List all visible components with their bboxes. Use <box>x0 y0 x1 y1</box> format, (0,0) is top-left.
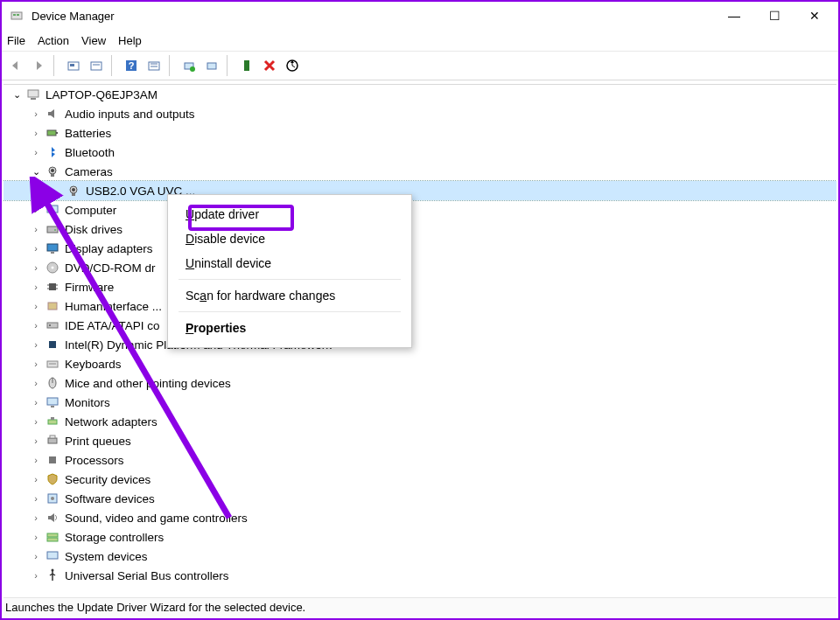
svg-rect-50 <box>48 420 57 424</box>
battery-icon <box>46 126 60 140</box>
device-tree[interactable]: ⌄LAPTOP-Q6EJP3AM›Audio inputs and output… <box>4 84 836 592</box>
menu-file[interactable]: File <box>7 34 25 47</box>
tree-item[interactable]: ›Software devices <box>4 489 836 508</box>
properties-icon[interactable] <box>144 55 164 76</box>
chevron-right-icon[interactable]: › <box>30 300 42 312</box>
tree-item[interactable]: ›Storage controllers <box>4 527 836 547</box>
close-button[interactable]: ✕ <box>794 2 835 30</box>
tree-item[interactable]: ›HumanInterface ... <box>4 296 836 316</box>
chevron-right-icon[interactable]: › <box>30 108 42 120</box>
svg-point-42 <box>49 324 51 326</box>
tree-item[interactable]: ›Disk drives <box>4 219 836 239</box>
chevron-right-icon[interactable]: › <box>30 127 42 139</box>
chevron-right-icon[interactable]: › <box>30 281 42 293</box>
install-old-driver-icon[interactable] <box>201 55 222 76</box>
tree-item[interactable]: ›Print queues <box>4 431 836 450</box>
disable-red-icon[interactable] <box>259 55 280 76</box>
tree-item[interactable]: ›DVD/CD-ROM dr <box>4 258 836 277</box>
chevron-right-icon[interactable]: › <box>30 512 42 524</box>
svg-rect-14 <box>207 63 216 69</box>
tree-item[interactable]: ›Security devices <box>4 470 836 489</box>
tree-item[interactable]: ›Batteries <box>4 123 836 143</box>
svg-rect-32 <box>51 252 54 254</box>
context-menu-item[interactable]: Properties <box>168 316 411 340</box>
svg-rect-4 <box>70 64 74 66</box>
tree-item[interactable]: ›Audio inputs and outputs <box>4 104 836 123</box>
svg-rect-28 <box>51 213 54 215</box>
svg-text:?: ? <box>129 60 135 71</box>
chevron-right-icon[interactable]: › <box>30 358 42 370</box>
context-menu-item[interactable]: Uninstall device <box>168 251 411 275</box>
audio-icon <box>46 107 60 121</box>
app-icon <box>9 8 24 24</box>
chevron-right-icon[interactable]: › <box>30 492 42 505</box>
chevron-right-icon[interactable]: › <box>30 473 42 485</box>
tree-item[interactable]: ›Display adapters <box>4 239 836 258</box>
maximize-button[interactable]: ☐ <box>754 2 794 30</box>
tree-item[interactable]: ›IDE ATA/ATAPI co <box>4 316 836 335</box>
svg-rect-43 <box>49 341 56 348</box>
nav-forward-icon[interactable] <box>28 55 49 76</box>
menu-action[interactable]: Action <box>38 34 69 47</box>
tree-item[interactable]: ›Intel(R) Dynamic Platform and Thermal F… <box>4 335 836 354</box>
tree-item[interactable]: ›Mice and other pointing devices <box>4 373 836 393</box>
tree-item-child[interactable]: USB2.0 VGA UVC ... <box>4 181 836 200</box>
tree-item[interactable]: ›Network adapters <box>4 412 836 431</box>
chevron-right-icon[interactable]: › <box>30 223 42 235</box>
chevron-down-icon[interactable]: ⌄ <box>30 165 42 178</box>
chevron-right-icon[interactable]: › <box>30 531 42 543</box>
tree-item[interactable]: ›System devices <box>4 547 836 566</box>
tree-item[interactable]: ›Firmware <box>4 277 836 296</box>
chevron-right-icon[interactable]: › <box>30 338 42 351</box>
update-driver-icon[interactable] <box>178 55 200 76</box>
chevron-right-icon[interactable]: › <box>30 319 42 331</box>
chip-icon <box>46 280 60 294</box>
context-menu-item[interactable]: Disable device <box>168 226 411 251</box>
chevron-right-icon[interactable]: › <box>30 415 42 428</box>
context-menu-item[interactable]: Update driver <box>168 202 411 226</box>
bluetooth-icon <box>46 145 60 159</box>
camera-icon <box>66 184 80 198</box>
disk-icon <box>46 222 60 236</box>
chevron-right-icon[interactable]: › <box>30 435 42 447</box>
svg-rect-26 <box>72 193 75 196</box>
help-icon[interactable]: ? <box>121 55 142 76</box>
enable-icon[interactable] <box>236 55 257 76</box>
chevron-right-icon[interactable]: › <box>30 146 42 158</box>
svg-point-22 <box>51 169 54 172</box>
chevron-right-icon[interactable]: › <box>30 550 42 562</box>
tree-item[interactable]: ›Universal Serial Bus controllers <box>4 566 836 585</box>
tree-item[interactable]: ›Bluetooth <box>4 143 836 162</box>
context-menu-item[interactable]: Scan for hardware changes <box>168 283 411 308</box>
chevron-right-icon[interactable]: › <box>30 377 42 389</box>
tree-item[interactable]: ›Monitors <box>4 393 836 412</box>
chevron-right-icon[interactable]: › <box>30 396 42 408</box>
scan-icon[interactable] <box>282 55 303 76</box>
chevron-right-icon[interactable]: › <box>30 261 42 274</box>
chevron-down-icon[interactable]: ⌄ <box>10 88 23 101</box>
security-icon <box>46 472 60 486</box>
tree-item-label: Audio inputs and outputs <box>65 108 195 121</box>
tree-item-label: Batteries <box>65 127 111 140</box>
menu-help[interactable]: Help <box>118 34 142 47</box>
tree-item-label: Display adapters <box>65 242 153 255</box>
chevron-right-icon[interactable]: › <box>30 569 42 582</box>
storage-icon <box>46 530 60 544</box>
show-hidden-icon[interactable] <box>63 55 84 76</box>
chevron-right-icon[interactable]: › <box>30 204 42 216</box>
minimize-button[interactable]: — <box>714 2 754 30</box>
chevron-right-icon[interactable]: › <box>30 454 42 466</box>
menu-view[interactable]: View <box>81 34 106 47</box>
nav-back-icon[interactable] <box>5 55 26 76</box>
tree-item[interactable]: ›Computer <box>4 200 836 219</box>
tree-item[interactable]: ›Keyboards <box>4 354 836 373</box>
tree-item[interactable]: ›Sound, video and game controllers <box>4 508 836 527</box>
tree-item[interactable]: ⌄Cameras <box>4 162 836 181</box>
window-title: Device Manager <box>32 10 115 23</box>
tree-root[interactable]: ⌄LAPTOP-Q6EJP3AM <box>4 85 836 104</box>
tree-item-label: Monitors <box>65 396 110 409</box>
chevron-right-icon[interactable]: › <box>30 242 42 254</box>
tree-item[interactable]: ›Processors <box>4 450 836 470</box>
titlebar: Device Manager — ☐ ✕ <box>2 2 838 30</box>
refresh-icon[interactable] <box>86 55 107 76</box>
